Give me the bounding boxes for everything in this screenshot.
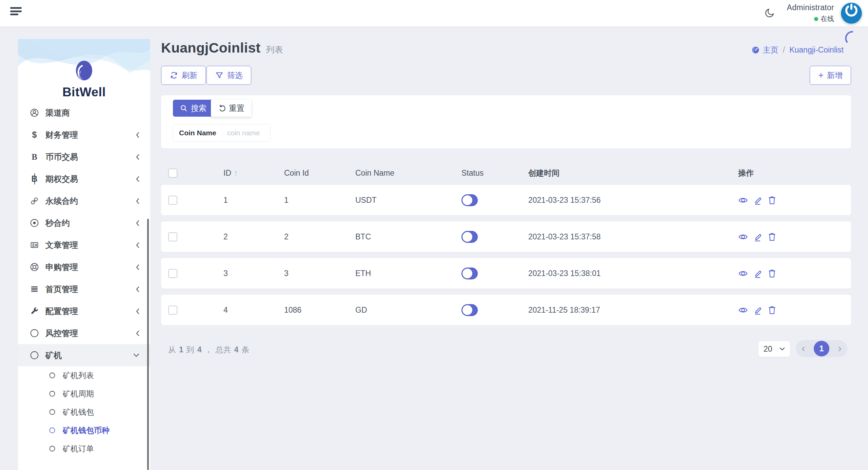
sidebar-item-channels[interactable]: 渠道商: [18, 102, 150, 124]
dollar-icon: $: [30, 131, 39, 139]
loading-spinner: [845, 31, 860, 47]
search-button[interactable]: 搜索: [173, 100, 214, 117]
sidebar-subitem-miner-cycle[interactable]: 矿机周期: [18, 385, 150, 403]
brand-logo: [75, 60, 94, 82]
delete-button[interactable]: [768, 196, 776, 205]
coin-name-field-group: Coin Name: [173, 124, 271, 142]
refresh-button[interactable]: 刷新: [161, 66, 206, 85]
sync-icon: [170, 71, 178, 80]
add-button[interactable]: + 新增: [810, 66, 851, 85]
sidebar-item-options-trading[interactable]: B 期权交易: [18, 168, 150, 190]
plus-icon: +: [818, 71, 824, 80]
select-all-checkbox[interactable]: [168, 169, 177, 178]
table-row: 1 1 USDT 2021-03-23 15:37:56: [161, 185, 851, 215]
page-size-select[interactable]: 20: [758, 341, 790, 357]
sidebar-item-articles[interactable]: 文章管理: [18, 234, 150, 256]
sidebar-item-config[interactable]: 配置管理: [18, 300, 150, 322]
sidebar-item-subscription[interactable]: 申购管理: [18, 256, 150, 278]
user-info[interactable]: Administrator 在线: [787, 3, 834, 23]
user-circle-icon: [30, 108, 39, 117]
column-header-actions: 操作: [731, 168, 851, 178]
sidebar-subitem-label: 矿机钱包币种: [63, 425, 110, 436]
edit-button[interactable]: [754, 269, 762, 278]
column-header-coin-name: Coin Name: [348, 169, 454, 178]
next-page-button[interactable]: ›: [838, 342, 842, 355]
chevron-left-icon: [135, 286, 140, 293]
sidebar-item-homepage[interactable]: 首页管理: [18, 278, 150, 300]
sidebar-item-mining[interactable]: 矿机: [18, 344, 150, 366]
user-name: Administrator: [787, 3, 834, 12]
row-checkbox[interactable]: [168, 306, 177, 315]
newspaper-icon: [30, 240, 39, 250]
view-button[interactable]: [738, 306, 748, 314]
chain-link-icon: [30, 196, 39, 205]
cell-id: 4: [216, 306, 277, 315]
sidebar-item-seconds-contract[interactable]: 秒合约: [18, 212, 150, 234]
dark-mode-toggle[interactable]: [764, 7, 775, 19]
sidebar-item-finance[interactable]: $ 财务管理: [18, 124, 150, 146]
sidebar-scrollbar[interactable]: [147, 219, 149, 470]
menu-toggle-button[interactable]: [10, 7, 22, 19]
sidebar-subitem-miner-list[interactable]: 矿机列表: [18, 366, 150, 385]
view-button[interactable]: [738, 196, 748, 204]
sidebar-item-perpetual-contract[interactable]: 永续合约: [18, 190, 150, 212]
coin-name-input[interactable]: [222, 124, 270, 141]
row-checkbox[interactable]: [168, 232, 177, 241]
view-button[interactable]: [738, 270, 748, 277]
column-header-id[interactable]: ID ↑: [216, 169, 277, 178]
sidebar-item-label: 期权交易: [45, 174, 78, 184]
sidebar-item-label: 渠道商: [45, 107, 70, 118]
status-toggle[interactable]: [461, 231, 478, 243]
row-checkbox[interactable]: [168, 196, 177, 205]
sidebar-item-risk-control[interactable]: 风控管理: [18, 322, 150, 344]
sidebar-item-label: 秒合约: [45, 218, 70, 229]
results-summary: 从1 到4 ， 总共4 条: [168, 345, 249, 355]
life-ring-icon: [30, 262, 39, 272]
delete-button[interactable]: [768, 269, 776, 278]
cell-coin-name: USDT: [348, 196, 454, 205]
sidebar-subitem-label: 矿机订单: [63, 444, 94, 454]
edit-button[interactable]: [754, 306, 762, 315]
circle-icon: [30, 351, 39, 360]
top-bar: Administrator 在线: [0, 0, 868, 26]
reset-button[interactable]: 重置: [211, 100, 251, 117]
delete-button[interactable]: [768, 232, 776, 241]
previous-page-button[interactable]: ‹: [802, 342, 805, 355]
user-avatar[interactable]: [841, 2, 862, 24]
status-toggle[interactable]: [461, 304, 478, 316]
view-button[interactable]: [738, 233, 748, 241]
edit-button[interactable]: [754, 196, 762, 205]
page-size-value: 20: [764, 345, 772, 354]
circle-icon: [30, 329, 39, 338]
cell-created-time: 2021-03-23 15:37:56: [521, 196, 731, 205]
sidebar-subitem-miner-orders[interactable]: 矿机订单: [18, 439, 150, 458]
breadcrumb-home-link[interactable]: 主页: [763, 45, 778, 55]
delete-button[interactable]: [768, 306, 776, 315]
cell-coin-id: 1: [277, 196, 348, 205]
sidebar-item-label: 永续合约: [45, 196, 78, 207]
undo-icon: [218, 104, 226, 112]
pagination: ‹ 1 ›: [796, 340, 847, 357]
current-page-button[interactable]: 1: [814, 341, 829, 356]
sidebar-item-label: 财务管理: [45, 130, 78, 140]
cell-id: 2: [216, 232, 277, 241]
search-icon: [180, 104, 188, 112]
status-toggle[interactable]: [461, 268, 478, 279]
column-header-coin-id: Coin Id: [277, 169, 348, 178]
sidebar-subitem-miner-wallet-coin[interactable]: 矿机钱包币种: [18, 421, 150, 439]
sort-asc-icon: ↑: [234, 169, 238, 177]
sidebar-subitem-miner-wallet[interactable]: 矿机钱包: [18, 403, 150, 421]
online-status-dot: [814, 17, 818, 21]
sidebar-item-spot-trading[interactable]: B 币币交易: [18, 146, 150, 168]
table-header: ID ↑ Coin Id Coin Name Status 创建时间 操作: [161, 166, 851, 180]
sidebar-item-label: 配置管理: [45, 306, 78, 317]
filter-label: 筛选: [227, 70, 243, 81]
row-checkbox[interactable]: [168, 269, 177, 278]
status-toggle[interactable]: [461, 194, 478, 206]
add-label: 新增: [827, 70, 843, 81]
cell-created-time: 2021-11-25 18:39:17: [521, 306, 731, 315]
filter-button[interactable]: 筛选: [206, 66, 251, 85]
power-icon: [841, 19, 862, 25]
target-icon: [30, 218, 39, 228]
edit-button[interactable]: [754, 232, 762, 241]
